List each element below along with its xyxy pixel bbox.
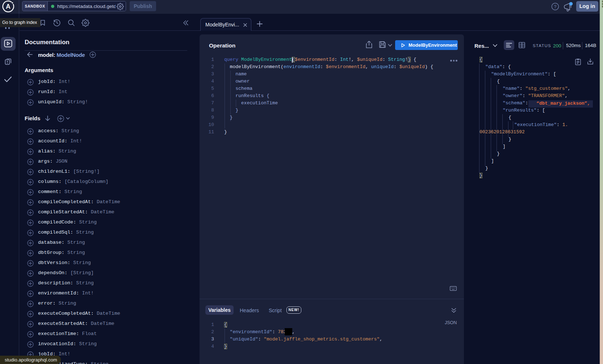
svg-text:A: A [6, 3, 11, 10]
svg-text:?: ? [554, 4, 557, 9]
